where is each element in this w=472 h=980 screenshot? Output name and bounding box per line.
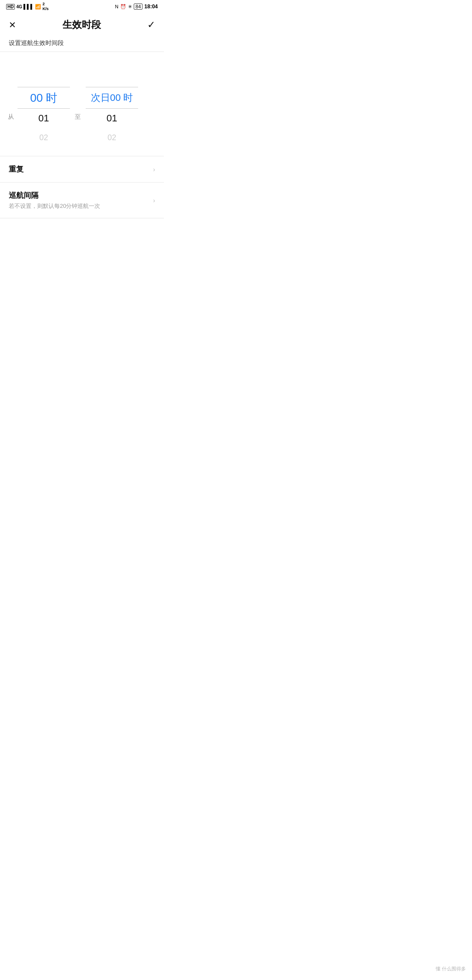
alarm-icon: ⏰: [120, 4, 126, 10]
nfc-icon: N: [115, 4, 118, 9]
page-title: 生效时段: [62, 18, 101, 31]
interval-title: 巡航间隔: [9, 190, 153, 200]
close-button[interactable]: ✕: [9, 20, 16, 30]
repeat-title: 重复: [9, 164, 153, 174]
status-right: N ⏰ ✳ 84 18:04: [115, 3, 158, 10]
wifi-icon: 📶: [35, 4, 41, 10]
repeat-item[interactable]: 重复 ›: [0, 156, 164, 183]
end-hour-selected[interactable]: 次日00 时: [86, 88, 138, 107]
start-hour-next2[interactable]: 02: [17, 128, 70, 147]
end-hour-next1[interactable]: 01: [86, 109, 138, 128]
confirm-button[interactable]: ✓: [147, 19, 155, 31]
start-hour-next1[interactable]: 01: [17, 109, 70, 128]
battery-icon: 84: [134, 3, 142, 10]
start-time-picker[interactable]: 00 时 01 02: [17, 87, 70, 147]
time-picker[interactable]: 从 00 时 01 02 至 次日00 时 01 02: [0, 87, 164, 152]
interval-chevron-icon: ›: [153, 197, 155, 204]
status-hd-label: HD: [6, 4, 15, 10]
status-speed: 2K/s: [42, 2, 49, 11]
signal-icon: ▌▌▌: [24, 4, 34, 9]
from-label: 从: [8, 113, 14, 121]
spacer: [0, 52, 164, 87]
status-time: 18:04: [144, 3, 158, 10]
status-left: HD 4G ▌▌▌ 📶 2K/s: [6, 2, 49, 11]
bluetooth-icon: ✳: [128, 4, 132, 10]
repeat-content: 重复: [9, 164, 153, 174]
header: ✕ 生效时段 ✓: [0, 12, 164, 36]
start-hour-selected[interactable]: 00 时: [17, 88, 70, 107]
picker-top-line-right: [86, 87, 138, 87]
status-bar: HD 4G ▌▌▌ 📶 2K/s N ⏰ ✳ 84 18:04: [0, 0, 164, 12]
subtitle-label: 设置巡航生效时间段: [0, 36, 164, 52]
status-network: 4G: [16, 4, 22, 9]
picker-trailing: [138, 87, 142, 147]
interval-content: 巡航间隔 若不设置，则默认每20分钟巡航一次: [9, 190, 153, 210]
end-time-picker[interactable]: 次日00 时 01 02: [86, 87, 138, 147]
repeat-chevron-icon: ›: [153, 166, 155, 173]
end-hour-next2[interactable]: 02: [86, 128, 138, 147]
settings-list: 重复 › 巡航间隔 若不设置，则默认每20分钟巡航一次 ›: [0, 156, 164, 218]
interval-item[interactable]: 巡航间隔 若不设置，则默认每20分钟巡航一次 ›: [0, 183, 164, 218]
to-label: 至: [75, 113, 81, 121]
picker-top-line-left: [17, 87, 70, 87]
interval-subtitle: 若不设置，则默认每20分钟巡航一次: [9, 202, 153, 210]
